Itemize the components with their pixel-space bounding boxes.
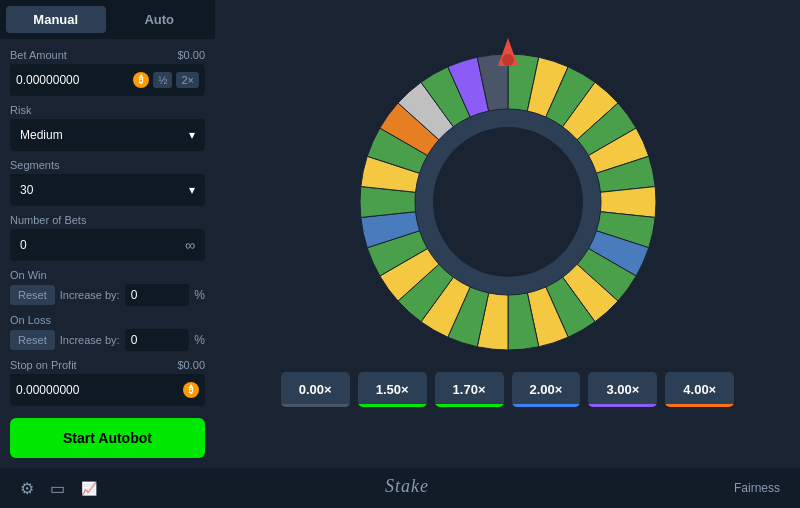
half-button[interactable]: ½ xyxy=(153,72,172,88)
risk-section: Risk Medium ▾ xyxy=(10,104,205,151)
segments-label: Segments xyxy=(10,159,60,171)
num-bets-label: Number of Bets xyxy=(10,214,86,226)
multiplier-button-3[interactable]: 2.00× xyxy=(512,372,581,407)
multiplier-button-0[interactable]: 0.00× xyxy=(281,372,350,407)
on-win-reset-button[interactable]: Reset xyxy=(10,285,55,305)
panel-body: Bet Amount $0.00 ₿ ½ 2× Risk Medium ▾ xyxy=(0,39,215,410)
start-autobot-button[interactable]: Start Autobot xyxy=(10,418,205,458)
segments-select[interactable]: 30 ▾ xyxy=(10,174,205,206)
multiplier-button-5[interactable]: 4.00× xyxy=(665,372,734,407)
segments-value: 30 xyxy=(20,183,33,197)
wheel-pointer xyxy=(498,38,518,66)
on-win-section: On Win Reset Increase by: % xyxy=(10,269,205,306)
on-loss-percent: % xyxy=(194,333,205,347)
bet-amount-section: Bet Amount $0.00 ₿ ½ 2× xyxy=(10,49,205,96)
coin-icon: ₿ xyxy=(133,72,149,88)
wheel-container xyxy=(358,52,658,352)
bet-amount-display: $0.00 xyxy=(177,49,205,61)
tab-bar: Manual Auto xyxy=(0,0,215,39)
on-win-percent: % xyxy=(194,288,205,302)
risk-chevron-icon: ▾ xyxy=(189,128,195,142)
bet-amount-input[interactable] xyxy=(16,73,129,87)
wheel-svg xyxy=(358,52,658,352)
double-button[interactable]: 2× xyxy=(176,72,199,88)
multiplier-button-1[interactable]: 1.50× xyxy=(358,372,427,407)
stop-profit-display: $0.00 xyxy=(177,359,205,371)
screen-icon[interactable]: ▭ xyxy=(50,479,65,498)
tab-manual[interactable]: Manual xyxy=(6,6,106,33)
stop-profit-input[interactable] xyxy=(16,383,179,397)
on-loss-increase-label: Increase by: xyxy=(60,334,120,346)
multiplier-button-4[interactable]: 3.00× xyxy=(588,372,657,407)
settings-icon[interactable]: ⚙ xyxy=(20,479,34,498)
on-loss-increase-input[interactable] xyxy=(125,329,190,351)
tab-auto[interactable]: Auto xyxy=(110,6,210,33)
multiplier-row: 0.00×1.50×1.70×2.00×3.00×4.00× xyxy=(281,372,734,407)
risk-value: Medium xyxy=(20,128,63,142)
num-bets-input[interactable] xyxy=(20,238,185,252)
left-panel: Manual Auto Bet Amount $0.00 ₿ ½ 2× xyxy=(0,0,215,468)
bet-amount-label: Bet Amount xyxy=(10,49,67,61)
footer-icons: ⚙ ▭ 📈 xyxy=(20,479,97,498)
svg-point-1 xyxy=(502,54,514,66)
multiplier-button-2[interactable]: 1.70× xyxy=(435,372,504,407)
right-area: 0.00×1.50×1.70×2.00×3.00×4.00× xyxy=(215,0,800,468)
segments-chevron-icon: ▾ xyxy=(189,183,195,197)
on-win-increase-label: Increase by: xyxy=(60,289,120,301)
footer: ⚙ ▭ 📈 Stake Fairness xyxy=(0,468,800,508)
svg-point-4 xyxy=(433,127,583,277)
segments-section: Segments 30 ▾ xyxy=(10,159,205,206)
fairness-link[interactable]: Fairness xyxy=(734,481,780,495)
footer-logo: Stake xyxy=(385,476,445,500)
num-bets-section: Number of Bets ∞ xyxy=(10,214,205,261)
on-win-increase-input[interactable] xyxy=(125,284,190,306)
stop-profit-coin-icon: ₿ xyxy=(183,382,199,398)
chart-icon[interactable]: 📈 xyxy=(81,481,97,496)
on-win-label: On Win xyxy=(10,269,47,281)
svg-text:Stake: Stake xyxy=(385,476,429,496)
infinity-icon: ∞ xyxy=(185,237,195,253)
on-loss-section: On Loss Reset Increase by: % xyxy=(10,314,205,351)
stop-profit-label: Stop on Profit xyxy=(10,359,77,371)
on-loss-label: On Loss xyxy=(10,314,51,326)
on-loss-reset-button[interactable]: Reset xyxy=(10,330,55,350)
stop-profit-section: Stop on Profit $0.00 ₿ xyxy=(10,359,205,406)
risk-label: Risk xyxy=(10,104,31,116)
risk-select[interactable]: Medium ▾ xyxy=(10,119,205,151)
